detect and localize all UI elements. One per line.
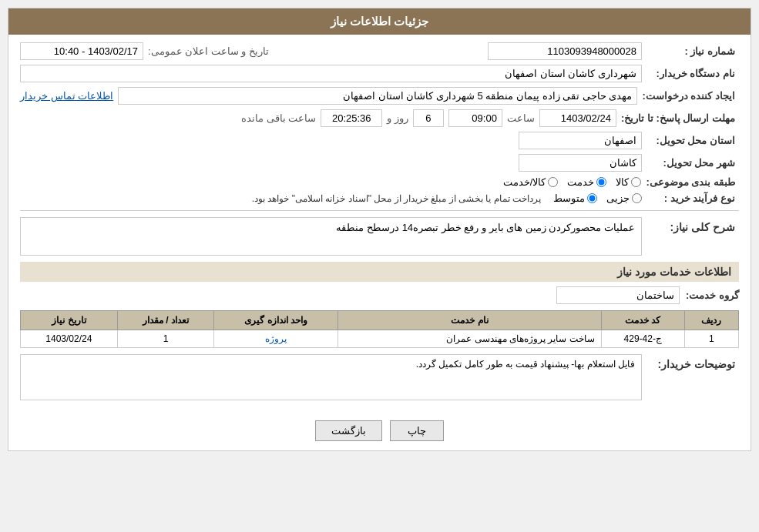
category-kala-khedmat-label: کالا/خدمت [503, 176, 546, 188]
need-number-value: 1103093948000028 [488, 42, 642, 60]
city-value: کاشان [519, 154, 642, 172]
divider-1 [20, 210, 739, 211]
remarks-value: فایل استعلام بها- پیشنهاد قیمت به طور کا… [20, 354, 642, 400]
announce-date-label: تاریخ و ساعت اعلان عمومی: [148, 45, 269, 57]
row-need-description: شرح کلی نیاز: عملیات محصورکردن زمین های … [20, 217, 739, 256]
deadline-time: 09:00 [448, 109, 502, 127]
table-cell: پروژه [214, 330, 338, 348]
row-service-group: گروه خدمت: ساختمان [20, 286, 739, 304]
row-remarks: توضیحات خریدار: فایل استعلام بها- پیشنها… [20, 354, 739, 400]
category-option-kala: کالا [616, 176, 641, 188]
deadline-label: مهلت ارسال پاسخ: تا تاریخ: [621, 112, 739, 124]
col-header-qty: تعداد / مقدار [117, 311, 214, 330]
deadline-date: 1403/02/24 [539, 109, 616, 127]
table-cell: ج-42-429 [601, 330, 684, 348]
deadline-remaining: 20:25:36 [321, 109, 382, 127]
category-option-khedmat: خدمت [567, 176, 606, 188]
category-kala-label: کالا [616, 176, 629, 188]
col-header-row: ردیف [684, 311, 738, 330]
announce-date-value: 1403/02/17 - 10:40 [20, 42, 143, 60]
table-cell: 1 [117, 330, 214, 348]
col-header-unit: واحد اندازه گیری [214, 311, 338, 330]
content-area: شماره نیاز : 1103093948000028 تاریخ و سا… [8, 35, 751, 413]
table-cell: ساخت سایر پروژه‌های مهندسی عمران [338, 330, 601, 348]
row-category: طبقه بندی موضوعی: کالا خدمت کالا/خدمت [20, 176, 739, 188]
back-button[interactable]: بازگشت [315, 420, 382, 441]
remarks-label: توضیحات خریدار: [646, 354, 739, 370]
header-title: جزئیات اطلاعات نیاز [331, 15, 428, 28]
need-description-label: شرح کلی نیاز: [646, 217, 739, 233]
table-cell: 1403/02/24 [21, 330, 118, 348]
requester-value: مهدی حاجی تقی زاده پیمان منطقه 5 شهرداری… [118, 87, 637, 105]
process-radio-motavaset[interactable] [587, 193, 597, 203]
requester-label: ایجاد کننده درخواست: [642, 90, 739, 102]
service-group-value: ساختمان [556, 286, 680, 304]
buyer-org-value: شهرداری کاشان استان اصفهان [20, 65, 642, 82]
process-radio-group: جزیی متوسط [553, 192, 642, 204]
process-label: نوع فرآیند خرید : [646, 192, 739, 204]
process-note: پرداخت تمام یا بخشی از مبلغ خریدار از مح… [252, 193, 541, 204]
process-radio-jozi[interactable] [632, 193, 642, 203]
row-province: استان محل تحویل: اصفهان [20, 132, 739, 149]
row-process: نوع فرآیند خرید : جزیی متوسط پرداخت تمام… [20, 192, 739, 204]
table-row: 1ج-42-429ساخت سایر پروژه‌های مهندسی عمرا… [21, 330, 739, 348]
service-group-label: گروه خدمت: [686, 289, 739, 301]
category-radio-group: کالا خدمت کالا/خدمت [503, 176, 642, 188]
table-cell: 1 [684, 330, 738, 348]
category-khedmat-label: خدمت [567, 176, 594, 188]
process-motavaset-label: متوسط [553, 192, 585, 204]
category-radio-kala-khedmat[interactable] [548, 177, 558, 187]
footer-buttons: چاپ بازگشت [8, 413, 751, 450]
print-button[interactable]: چاپ [390, 420, 444, 441]
services-table: ردیف کد خدمت نام خدمت واحد اندازه گیری ت… [20, 310, 739, 348]
services-table-section: ردیف کد خدمت نام خدمت واحد اندازه گیری ت… [20, 310, 739, 348]
category-radio-kala[interactable] [631, 177, 641, 187]
province-value: اصفهان [519, 132, 642, 149]
deadline-day: 6 [413, 109, 444, 127]
table-header-row: ردیف کد خدمت نام خدمت واحد اندازه گیری ت… [21, 311, 739, 330]
province-label: استان محل تحویل: [646, 135, 739, 146]
process-option-jozi: جزیی [606, 192, 642, 204]
city-label: شهر محل تحویل: [646, 157, 739, 169]
contact-link[interactable]: اطلاعات تماس خریدار [20, 90, 113, 102]
services-section-header: اطلاعات خدمات مورد نیاز [20, 262, 739, 282]
buyer-org-label: نام دستگاه خریدار: [646, 68, 739, 79]
need-number-label: شماره نیاز : [646, 45, 739, 57]
col-header-code: کد خدمت [601, 311, 684, 330]
row-deadline: مهلت ارسال پاسخ: تا تاریخ: 1403/02/24 سا… [20, 109, 739, 127]
process-option-motavaset: متوسط [553, 192, 597, 204]
deadline-time-label: ساعت [507, 112, 535, 124]
row-need-number: شماره نیاز : 1103093948000028 تاریخ و سا… [20, 42, 739, 60]
page-wrapper: جزئیات اطلاعات نیاز شماره نیاز : 1103093… [0, 0, 759, 532]
need-description-value: عملیات محصورکردن زمین های بایر و رفع خطر… [20, 217, 642, 256]
category-label: طبقه بندی موضوعی: [646, 176, 739, 188]
category-option-kala-khedmat: کالا/خدمت [503, 176, 559, 188]
deadline-remaining-label: ساعت باقی مانده [241, 112, 316, 124]
deadline-day-label: روز و [387, 112, 408, 124]
main-container: جزئیات اطلاعات نیاز شماره نیاز : 1103093… [8, 8, 751, 451]
process-jozi-label: جزیی [606, 192, 630, 204]
col-header-name: نام خدمت [338, 311, 601, 330]
row-city: شهر محل تحویل: کاشان [20, 154, 739, 172]
row-requester: ایجاد کننده درخواست: مهدی حاجی تقی زاده … [20, 87, 739, 105]
page-header: جزئیات اطلاعات نیاز [8, 8, 751, 35]
category-radio-khedmat[interactable] [596, 177, 606, 187]
col-header-date: تاریخ نیاز [21, 311, 118, 330]
row-buyer-org: نام دستگاه خریدار: شهرداری کاشان استان ا… [20, 65, 739, 82]
